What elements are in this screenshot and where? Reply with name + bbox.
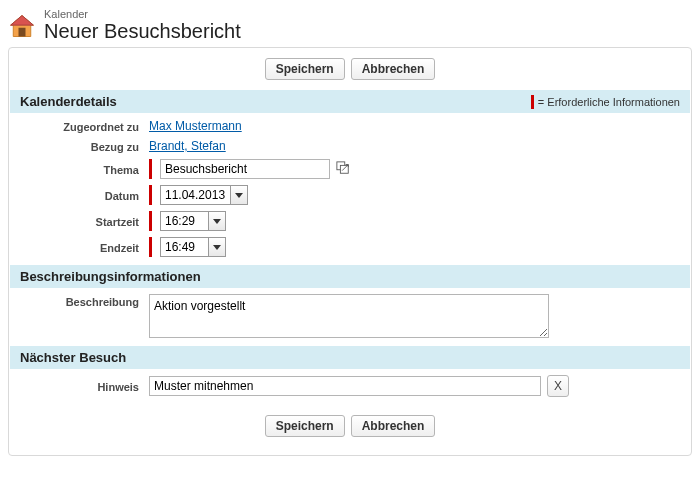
required-legend-text: = Erforderliche Informationen	[538, 96, 680, 108]
section-header-details: Kalenderdetails = Erforderliche Informat…	[10, 90, 690, 113]
label-description: Beschreibung	[19, 294, 149, 308]
clear-hint-button[interactable]: X	[547, 375, 569, 397]
section-header-next-visit: Nächster Besuch	[10, 346, 690, 369]
start-time-combo[interactable]	[160, 211, 226, 231]
description-textarea[interactable]	[149, 294, 549, 338]
label-subject: Thema	[19, 162, 149, 176]
breadcrumb: Kalender	[44, 8, 241, 20]
related-to-link[interactable]: Brandt, Stefan	[149, 139, 226, 153]
date-combo[interactable]	[160, 185, 248, 205]
end-time-input[interactable]	[160, 237, 208, 257]
subject-input[interactable]	[160, 159, 330, 179]
form-panel: Speichern Abbrechen Kalenderdetails = Er…	[8, 47, 692, 456]
svg-rect-2	[19, 28, 26, 37]
label-start-time: Startzeit	[19, 214, 149, 228]
date-input[interactable]	[160, 185, 230, 205]
cancel-button[interactable]: Abbrechen	[351, 58, 436, 80]
cancel-button-bottom[interactable]: Abbrechen	[351, 415, 436, 437]
end-time-combo[interactable]	[160, 237, 226, 257]
label-end-time: Endzeit	[19, 240, 149, 254]
label-assigned-to: Zugeordnet zu	[19, 119, 149, 133]
svg-rect-4	[340, 165, 348, 173]
required-marker-icon	[149, 159, 152, 179]
start-time-input[interactable]	[160, 211, 208, 231]
chevron-down-icon[interactable]	[208, 237, 226, 257]
section-title-next-visit: Nächster Besuch	[20, 350, 126, 365]
hint-input[interactable]	[149, 376, 541, 396]
required-marker-icon	[149, 211, 152, 231]
home-icon	[8, 12, 36, 40]
section-title-details: Kalenderdetails	[20, 94, 117, 109]
required-marker-icon	[149, 185, 152, 205]
required-bar-icon	[531, 95, 534, 109]
label-hint: Hinweis	[19, 379, 149, 393]
section-title-description: Beschreibungsinformationen	[20, 269, 201, 284]
save-button[interactable]: Speichern	[265, 58, 345, 80]
assigned-to-link[interactable]: Max Mustermann	[149, 119, 242, 133]
save-button-bottom[interactable]: Speichern	[265, 415, 345, 437]
label-related-to: Bezug zu	[19, 139, 149, 153]
required-legend: = Erforderliche Informationen	[531, 95, 680, 109]
section-header-description: Beschreibungsinformationen	[10, 265, 690, 288]
label-date: Datum	[19, 188, 149, 202]
lookup-icon[interactable]	[336, 161, 350, 178]
required-marker-icon	[149, 237, 152, 257]
svg-marker-1	[11, 16, 34, 26]
chevron-down-icon[interactable]	[208, 211, 226, 231]
chevron-down-icon[interactable]	[230, 185, 248, 205]
page-title: Neuer Besuchsbericht	[44, 20, 241, 43]
